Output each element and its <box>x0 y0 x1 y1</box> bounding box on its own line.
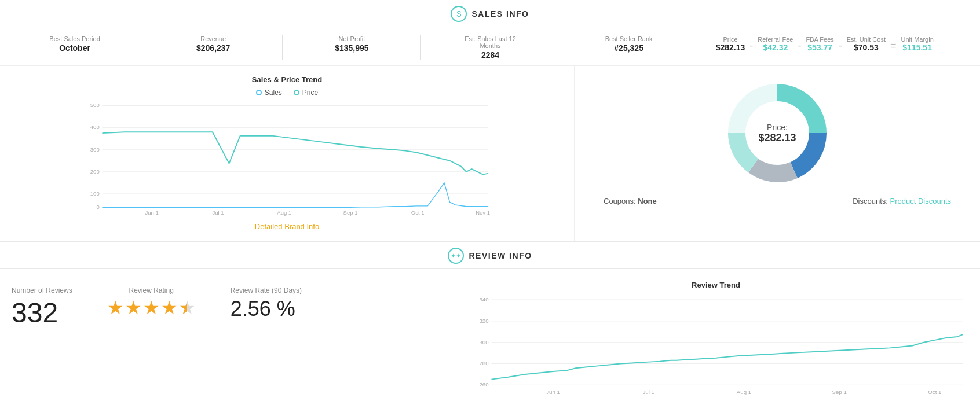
review-chart-title: Review Trend <box>463 281 968 289</box>
stat-best-seller-rank: Best Seller Rank #25,325 <box>566 35 692 53</box>
pm-price-label: Price <box>716 36 745 43</box>
pm-unit-cost: Est. Unit Cost $70.53 <box>847 36 886 52</box>
star-1: ★ <box>107 297 124 319</box>
pm-unitcost-value: $70.53 <box>847 43 886 52</box>
pm-unit-margin: Unit Margin $115.51 <box>901 36 934 52</box>
discounts-link[interactable]: Product Discounts <box>890 197 952 205</box>
coupons-info: Coupons: None <box>604 197 657 205</box>
svg-text:Aug 1: Aug 1 <box>737 389 751 395</box>
price-metrics-bar: Price $282.13 - Referral Fee $42.32 - FB… <box>716 35 968 52</box>
review-num-label: Number of Reviews <box>12 286 72 294</box>
review-stars: ★ ★ ★ ★ ★★ <box>107 297 196 319</box>
svg-text:340: 340 <box>479 296 488 303</box>
stat-label-net-profit: Net Profit <box>288 35 415 42</box>
divider-3 <box>420 35 421 60</box>
pm-op1: - <box>747 40 755 52</box>
svg-text:320: 320 <box>479 318 488 324</box>
coupons-value: None <box>638 197 657 205</box>
donut-center-text: Price: <box>758 123 796 132</box>
pm-fba: FBA Fees $53.77 <box>806 36 833 52</box>
svg-text:Oct 1: Oct 1 <box>411 209 425 216</box>
stat-label-revenue: Revenue <box>150 35 276 42</box>
pm-unitmargin-value: $115.51 <box>901 43 934 52</box>
stat-label-est-sales: Est. Sales Last 12Months <box>427 35 553 49</box>
svg-text:Sep 1: Sep 1 <box>832 389 847 395</box>
discounts-info: Discounts: Product Discounts <box>853 197 951 205</box>
sales-main: Sales & Price Trend Sales Price <box>0 66 980 241</box>
svg-text:400: 400 <box>90 124 100 130</box>
chart-area: Sales & Price Trend Sales Price <box>0 66 575 241</box>
pm-referral: Referral Fee $42.32 <box>758 36 793 52</box>
star-4: ★ <box>161 297 178 319</box>
divider-2 <box>282 35 283 60</box>
legend-dot-price <box>294 90 299 95</box>
review-header: ✦✦ REVIEW INFO <box>0 242 980 269</box>
review-num-value: 332 <box>12 297 72 329</box>
sales-price-chart: 500 400 300 200 100 0 Jun 1 Jul 1 Aug 1 … <box>12 100 562 216</box>
svg-text:Jun 1: Jun 1 <box>546 389 560 395</box>
review-icon: ✦✦ <box>448 248 464 264</box>
pm-fba-label: FBA Fees <box>806 36 833 43</box>
pm-referral-value: $42.32 <box>758 43 793 52</box>
legend-price: Price <box>294 89 318 97</box>
stat-value-best-sales: October <box>12 43 138 53</box>
divider-1 <box>144 35 144 60</box>
pm-price-value: $282.13 <box>716 43 745 52</box>
svg-text:Jun 1: Jun 1 <box>145 209 159 216</box>
review-left: Number of Reviews 332 Review Rating ★ ★ … <box>12 281 463 400</box>
stat-net-profit: Net Profit $135,995 <box>288 35 415 53</box>
svg-text:Nov 1: Nov 1 <box>476 209 490 216</box>
review-section: ✦✦ REVIEW INFO Number of Reviews 332 Rev… <box>0 242 980 411</box>
stat-value-revenue: $206,237 <box>150 43 276 53</box>
pm-unitmargin-label: Unit Margin <box>901 36 934 43</box>
legend-sales-label: Sales <box>265 89 282 97</box>
svg-text:300: 300 <box>479 339 488 345</box>
donut-chart: Price: $282.13 <box>719 75 835 191</box>
star-2: ★ <box>125 297 142 319</box>
stat-best-sales-period: Best Sales Period October <box>12 35 138 53</box>
review-main: Number of Reviews 332 Review Rating ★ ★ … <box>0 269 980 411</box>
detailed-brand-info-link[interactable]: Detailed Brand Info <box>12 218 562 235</box>
svg-text:Sep 1: Sep 1 <box>343 209 358 216</box>
svg-text:Jul 1: Jul 1 <box>643 389 654 395</box>
coupons-label: Coupons: <box>604 197 636 205</box>
review-title: REVIEW INFO <box>469 251 532 260</box>
donut-label: Price: $282.13 <box>758 123 796 144</box>
sales-title: SALES INFO <box>471 9 529 19</box>
sales-icon: $ <box>451 6 467 22</box>
review-chart-area: Review Trend 340 320 300 280 260 Jun 1 J… <box>463 281 968 400</box>
svg-text:260: 260 <box>479 381 488 388</box>
review-rating-label: Review Rating <box>107 286 196 294</box>
svg-text:Aug 1: Aug 1 <box>277 209 291 216</box>
svg-text:100: 100 <box>90 190 100 197</box>
pm-price: Price $282.13 <box>716 36 745 52</box>
donut-center-value: $282.13 <box>758 132 796 144</box>
review-rating-block: Review Rating ★ ★ ★ ★ ★★ <box>107 286 196 319</box>
svg-text:500: 500 <box>90 102 100 108</box>
review-num-reviews: Number of Reviews 332 <box>12 286 72 329</box>
pm-unitcost-label: Est. Unit Cost <box>847 36 886 43</box>
donut-row: Price: $282.13 <box>592 75 963 191</box>
svg-text:Jul 1: Jul 1 <box>212 209 224 216</box>
review-rate: Review Rate (90 Days) 2.56 % <box>231 286 302 321</box>
stat-label-bsr: Best Seller Rank <box>566 35 692 42</box>
stat-value-net-profit: $135,995 <box>288 43 415 53</box>
sales-stats-bar: Best Sales Period October Revenue $206,2… <box>0 27 980 66</box>
chart-title: Sales & Price Trend <box>12 75 562 84</box>
sales-header: $ SALES INFO <box>0 0 980 27</box>
stat-label-best-sales: Best Sales Period <box>12 35 138 42</box>
pm-equals: = <box>888 40 899 52</box>
star-3: ★ <box>143 297 160 319</box>
stat-est-sales: Est. Sales Last 12Months 2284 <box>427 35 553 60</box>
svg-text:Oct 1: Oct 1 <box>928 389 941 395</box>
discounts-label: Discounts: <box>853 197 888 205</box>
sales-section: $ SALES INFO Best Sales Period October R… <box>0 0 980 242</box>
stat-value-bsr: #25,325 <box>566 43 692 53</box>
svg-text:200: 200 <box>90 168 100 175</box>
legend-dot-sales <box>256 90 262 95</box>
svg-text:280: 280 <box>479 360 488 366</box>
svg-text:300: 300 <box>90 146 100 153</box>
legend-price-label: Price <box>302 89 318 97</box>
pm-fba-value: $53.77 <box>806 43 833 52</box>
review-rate-value: 2.56 % <box>231 297 302 321</box>
